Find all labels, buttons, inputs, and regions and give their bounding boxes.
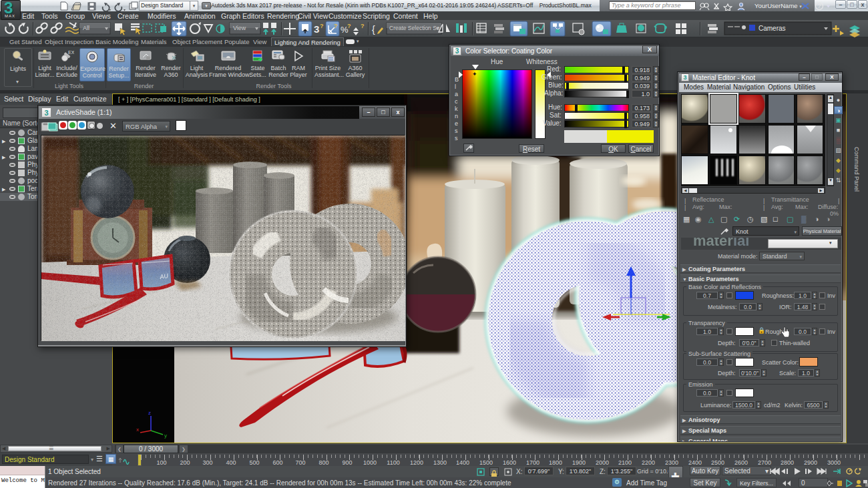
svg-text:Cameras: Cameras: [758, 25, 786, 32]
svg-text:3: 3: [314, 23, 319, 35]
svg-text:z: z: [148, 410, 151, 416]
svg-text:?: ?: [818, 3, 821, 9]
svg-text:View: View: [233, 25, 246, 31]
svg-text:?: ?: [334, 23, 338, 29]
svg-text:Create Selection Se: Create Selection Se: [389, 25, 440, 31]
svg-text:x: x: [136, 427, 139, 433]
svg-text:?: ?: [347, 23, 351, 29]
svg-text:?: ?: [361, 23, 365, 29]
svg-text:EX: EX: [68, 50, 74, 55]
svg-text:y: y: [164, 433, 167, 439]
svg-text:{: {: [372, 24, 375, 35]
svg-text:?: ?: [320, 23, 324, 29]
svg-text:All: All: [83, 25, 89, 31]
